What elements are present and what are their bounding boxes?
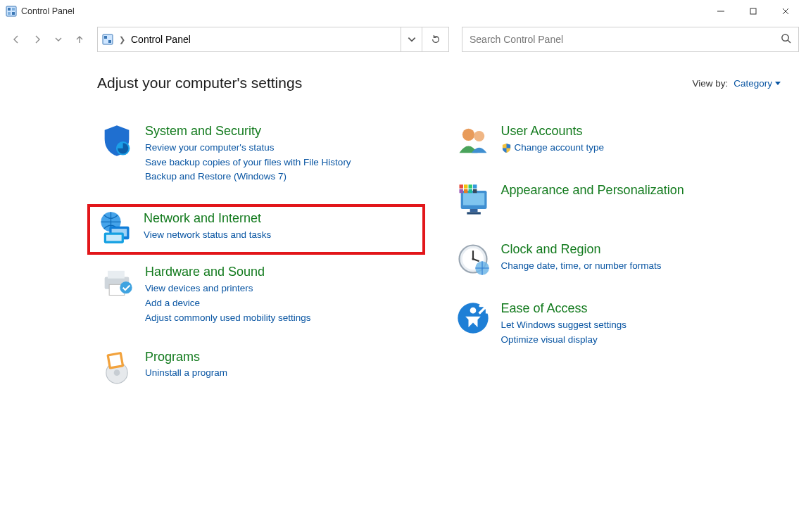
refresh-button[interactable]: [422, 27, 448, 51]
minimize-button[interactable]: [705, 1, 737, 21]
close-button[interactable]: [769, 1, 802, 21]
category-title[interactable]: Network and Internet: [144, 211, 271, 227]
page-title: Adjust your computer's settings: [97, 75, 302, 91]
category-link[interactable]: View devices and printers: [145, 281, 311, 296]
svg-rect-40: [468, 189, 472, 193]
category-title[interactable]: Programs: [145, 350, 227, 365]
svg-point-25: [114, 369, 120, 376]
view-by-control: View by: Category: [692, 78, 781, 89]
programs-icon[interactable]: [99, 348, 135, 385]
maximize-button[interactable]: [737, 1, 769, 21]
category-title[interactable]: Hardware and Sound: [145, 265, 311, 280]
category-appearance: Appearance and Personalization: [453, 179, 781, 221]
svg-rect-37: [473, 184, 477, 188]
search-bar[interactable]: [462, 27, 799, 52]
svg-rect-41: [473, 189, 477, 193]
control-panel-icon: [6, 6, 17, 17]
content-area: Adjust your computer's settings View by:…: [0, 55, 806, 405]
category-link[interactable]: Change account type: [501, 141, 605, 156]
category-hardware-sound: Hardware and Sound View devices and prin…: [97, 260, 425, 328]
svg-rect-31: [462, 193, 484, 205]
category-link[interactable]: View network status and tasks: [144, 228, 271, 243]
category-system-security: System and Security Review your computer…: [97, 120, 425, 187]
category-link[interactable]: Optimize visual display: [501, 333, 627, 348]
svg-point-29: [474, 131, 484, 141]
svg-rect-1: [8, 8, 11, 11]
svg-rect-11: [108, 40, 111, 43]
category-title[interactable]: Ease of Access: [501, 301, 627, 317]
network-icon[interactable]: [97, 210, 134, 246]
svg-point-46: [472, 258, 474, 260]
category-user-accounts: User Accounts Change account type: [453, 120, 781, 162]
ease-of-access-icon[interactable]: [455, 300, 491, 336]
users-icon[interactable]: [455, 122, 491, 159]
category-title[interactable]: Appearance and Personalization: [501, 183, 684, 198]
clock-icon[interactable]: [455, 241, 491, 277]
search-icon[interactable]: [781, 33, 791, 46]
category-link[interactable]: Let Windows suggest settings: [501, 318, 627, 333]
svg-rect-36: [468, 184, 472, 188]
category-link-text: Change account type: [515, 141, 605, 156]
toolbar: ❯ Control Panel: [0, 23, 806, 55]
categories-right-column: User Accounts Change account type: [453, 120, 781, 405]
shield-icon[interactable]: [99, 122, 135, 159]
category-link[interactable]: Adjust commonly used mobility settings: [145, 311, 311, 326]
category-title[interactable]: System and Security: [145, 124, 351, 139]
category-link[interactable]: Save backup copies of your files with Fi…: [145, 156, 351, 170]
category-link[interactable]: Backup and Restore (Windows 7): [145, 170, 351, 184]
svg-rect-21: [108, 271, 125, 279]
view-by-value[interactable]: Category: [733, 78, 781, 89]
svg-point-23: [120, 281, 132, 293]
uac-shield-icon: [501, 143, 512, 153]
up-button[interactable]: [72, 32, 87, 47]
category-programs: Programs Uninstall a program: [97, 346, 425, 388]
svg-point-12: [782, 34, 788, 41]
svg-rect-38: [459, 189, 462, 193]
category-link[interactable]: Change date, time, or number formats: [501, 259, 662, 274]
titlebar: Control Panel: [0, 0, 806, 23]
svg-line-13: [788, 40, 791, 43]
appearance-icon[interactable]: [455, 182, 491, 218]
categories-left-column: System and Security Review your computer…: [97, 120, 425, 405]
back-button[interactable]: [8, 32, 24, 47]
category-network-internet: Network and Internet View network status…: [87, 204, 425, 255]
category-title[interactable]: Clock and Region: [501, 242, 662, 258]
svg-rect-39: [464, 189, 467, 193]
category-link[interactable]: Review your computer's status: [145, 141, 351, 156]
category-title[interactable]: User Accounts: [501, 124, 605, 139]
svg-rect-2: [12, 8, 15, 11]
address-bar[interactable]: ❯ Control Panel: [97, 27, 449, 52]
svg-rect-34: [459, 184, 462, 188]
svg-rect-35: [464, 184, 467, 188]
control-panel-mini-icon: [102, 34, 113, 45]
forward-button[interactable]: [30, 32, 45, 47]
svg-rect-10: [104, 36, 107, 39]
breadcrumb-location[interactable]: Control Panel: [131, 34, 191, 45]
category-link[interactable]: Uninstall a program: [145, 366, 227, 381]
category-link[interactable]: Add a device: [145, 296, 311, 311]
svg-rect-6: [750, 8, 756, 14]
svg-rect-32: [470, 209, 477, 212]
history-dropdown[interactable]: [51, 32, 66, 47]
svg-rect-19: [106, 235, 122, 241]
address-dropdown-button[interactable]: [401, 27, 422, 51]
search-input[interactable]: [470, 34, 781, 45]
printer-icon[interactable]: [99, 263, 135, 300]
svg-rect-4: [12, 12, 15, 15]
svg-rect-3: [8, 12, 11, 15]
window-title: Control Panel: [21, 6, 75, 16]
category-ease-of-access: Ease of Access Let Windows suggest setti…: [453, 297, 781, 350]
svg-rect-33: [467, 212, 481, 214]
svg-rect-27: [109, 354, 122, 367]
view-by-label: View by:: [692, 78, 728, 89]
svg-point-28: [462, 129, 474, 141]
breadcrumb-separator-icon: ❯: [118, 35, 127, 44]
category-clock-region: Clock and Region Change date, time, or n…: [453, 238, 781, 280]
